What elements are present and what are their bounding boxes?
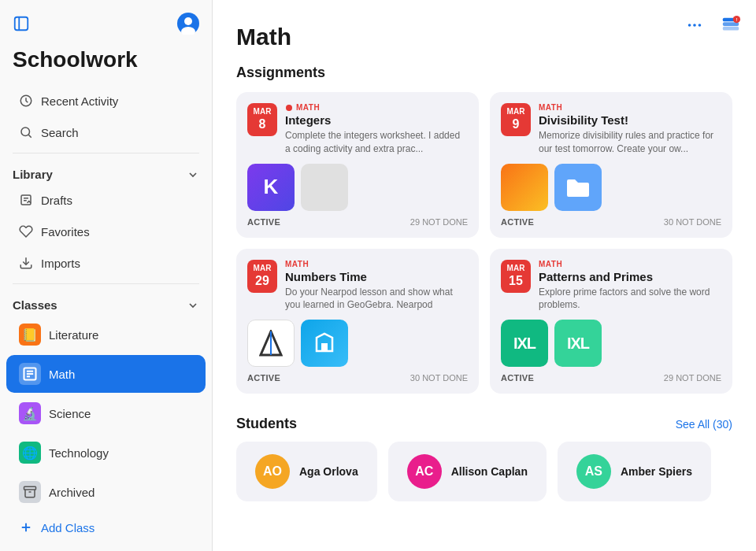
assignment-info-numbers-time: MATH Numbers Time Do your Nearpod lesson… — [285, 260, 468, 312]
date-day-integers: 8 — [259, 116, 266, 131]
page-title: Math — [236, 24, 732, 50]
main-content: Math Assignments MAR 8 MATH Integers Com… — [213, 0, 756, 551]
svg-point-28 — [286, 105, 292, 111]
recent-activity-label: Recent Activity — [41, 94, 118, 108]
assignments-grid: MAR 8 MATH Integers Complete the integer… — [236, 92, 732, 394]
thumb-ixl-1-icon: IXL — [501, 320, 548, 367]
svg-point-11 — [184, 17, 192, 25]
thumb-triangle-icon — [247, 320, 295, 367]
date-month-patterns-primes: MAR — [507, 264, 525, 273]
see-all-students-link[interactable]: See All (30) — [676, 418, 732, 431]
svg-text:!: ! — [736, 17, 737, 22]
date-badge-numbers-time: MAR 29 — [247, 260, 277, 293]
card-header-patterns-primes: MAR 15 MATH Patterns and Primes Explore … — [501, 260, 721, 312]
assignment-card-numbers-time[interactable]: MAR 29 MATH Numbers Time Do your Nearpod… — [236, 249, 479, 394]
assignments-section-title: Assignments — [236, 65, 732, 81]
students-section-header: Students See All (30) — [236, 416, 732, 432]
sidebar-item-search[interactable]: Search — [6, 117, 206, 147]
user-avatar-icon[interactable] — [177, 13, 199, 38]
card-header-numbers-time: MAR 29 MATH Numbers Time Do your Nearpod… — [247, 260, 468, 312]
assignment-info-patterns-primes: MATH Patterns and Primes Explore prime f… — [539, 260, 721, 312]
date-day-divisibility: 9 — [513, 116, 520, 131]
not-done-integers: 29 NOT DONE — [410, 217, 468, 227]
class-label-patterns-primes: MATH — [539, 260, 721, 268]
svg-point-0 — [688, 24, 691, 27]
class-label-divisibility: MATH — [539, 103, 721, 112]
not-done-numbers-time: 30 NOT DONE — [410, 373, 468, 383]
chevron-down-icon[interactable] — [187, 168, 199, 181]
heart-icon — [19, 224, 33, 239]
technology-class-icon: 🌐 — [19, 442, 41, 464]
science-class-label: Science — [49, 407, 91, 420]
pin-icon — [285, 104, 293, 112]
more-options-button[interactable] — [682, 13, 707, 38]
svg-line-15 — [28, 135, 31, 137]
divider-1 — [13, 153, 199, 153]
sidebar-header — [0, 0, 212, 44]
math-class-icon — [19, 363, 41, 385]
sidebar-item-math[interactable]: Math — [6, 355, 206, 393]
avatar-allison-caplan: AC — [407, 454, 442, 489]
status-numbers-time: ACTIVE — [247, 373, 280, 383]
class-label-integers: MATH — [285, 103, 468, 112]
library-section-header: Library — [0, 158, 212, 184]
svg-point-14 — [21, 128, 30, 136]
student-card-allison-caplan[interactable]: AC Allison Caplan — [388, 442, 547, 501]
search-icon — [19, 125, 33, 139]
assignment-card-divisibility[interactable]: MAR 9 MATH Divisibility Test! Memorize d… — [490, 92, 732, 238]
sidebar-item-technology[interactable]: 🌐 Technology — [6, 434, 206, 471]
search-label: Search — [41, 126, 79, 139]
technology-class-label: Technology — [49, 446, 109, 460]
sidebar-item-imports[interactable]: Imports — [6, 248, 206, 278]
svg-point-2 — [699, 24, 702, 27]
date-day-numbers-time: 29 — [255, 273, 269, 288]
date-day-patterns-primes: 15 — [509, 273, 523, 288]
date-month-numbers-time: MAR — [254, 264, 272, 273]
assignment-desc-divisibility: Memorize divisibility rules and practice… — [539, 129, 721, 156]
sidebar-item-drafts[interactable]: Drafts — [6, 185, 206, 215]
thumb-grid-icon — [301, 164, 348, 211]
svg-rect-31 — [321, 343, 328, 351]
import-icon — [19, 256, 33, 270]
drafts-icon — [19, 193, 33, 207]
assignment-desc-patterns-primes: Explore prime factors and solve the word… — [539, 286, 721, 312]
thumbnails-numbers-time — [247, 320, 468, 367]
assignment-name-integers: Integers — [285, 113, 468, 127]
students-grid: AO Aga Orlova AC Allison Caplan AS Amber… — [236, 442, 732, 501]
classes-section-header: Classes — [0, 289, 212, 315]
assignment-desc-numbers-time: Do your Nearpod lesson and show what you… — [285, 286, 468, 312]
add-class-button[interactable]: Add Class — [6, 512, 206, 542]
thumb-k-icon: K — [247, 164, 295, 211]
not-done-patterns-primes: 29 NOT DONE — [664, 373, 721, 383]
app-title: Schoolwork — [0, 44, 212, 85]
sidebar-toggle-icon[interactable] — [13, 15, 30, 35]
student-name-amber-spiers: Amber Spiers — [621, 465, 692, 478]
student-card-amber-spiers[interactable]: AS Amber Spiers — [558, 442, 711, 501]
classes-stack-button[interactable]: ! — [718, 13, 743, 38]
sidebar-item-recent-activity[interactable]: Recent Activity — [6, 86, 206, 116]
status-integers: ACTIVE — [247, 217, 280, 227]
avatar-amber-spiers: AS — [576, 454, 611, 489]
card-header-divisibility: MAR 9 MATH Divisibility Test! Memorize d… — [501, 103, 721, 156]
card-footer-integers: ACTIVE 29 NOT DONE — [247, 217, 468, 227]
thumbnails-patterns-primes: IXL IXL — [501, 320, 721, 367]
divider-2 — [13, 283, 199, 284]
svg-rect-8 — [15, 17, 28, 31]
status-divisibility: ACTIVE — [501, 217, 534, 227]
favorites-label: Favorites — [41, 225, 90, 239]
assignment-card-integers[interactable]: MAR 8 MATH Integers Complete the integer… — [236, 92, 479, 238]
chevron-down-classes-icon[interactable] — [187, 299, 199, 312]
science-class-icon: 🔬 — [19, 402, 41, 424]
class-label-numbers-time: MATH — [285, 260, 468, 268]
student-card-aga-orlova[interactable]: AO Aga Orlova — [236, 442, 377, 501]
sidebar-item-archived[interactable]: Archived — [6, 473, 206, 511]
sidebar-item-favorites[interactable]: Favorites — [6, 216, 206, 246]
sidebar-item-literature[interactable]: 📒 Literature — [6, 316, 206, 353]
library-label: Library — [13, 168, 53, 181]
card-footer-numbers-time: ACTIVE 30 NOT DONE — [247, 373, 468, 383]
date-badge-patterns-primes: MAR 15 — [501, 260, 531, 293]
date-month-divisibility: MAR — [507, 107, 525, 116]
date-badge-integers: MAR 8 — [247, 103, 277, 136]
sidebar-item-science[interactable]: 🔬 Science — [6, 394, 206, 432]
assignment-card-patterns-primes[interactable]: MAR 15 MATH Patterns and Primes Explore … — [490, 249, 732, 394]
